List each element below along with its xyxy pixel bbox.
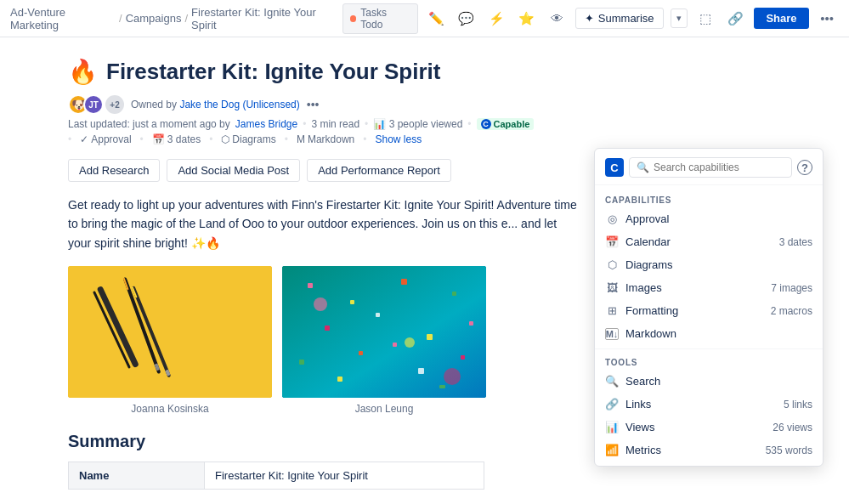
cap-count-views: 26 views [773,422,812,433]
cap-search-input[interactable] [654,161,784,173]
read-time: 3 min read [311,118,359,130]
calendar-icon: 📅 [605,235,619,248]
updater-link[interactable]: James Bridge [235,118,297,130]
cap-item-metrics[interactable]: 📶 Metrics 535 words [595,439,823,462]
breadcrumb-item-2[interactable]: Campaigns [126,12,182,25]
summarise-button[interactable]: ✦ Summarise [575,8,664,29]
owner-more-dots[interactable]: ••• [307,98,320,111]
cap-count-calendar: 3 dates [779,236,812,248]
svg-rect-15 [427,334,433,340]
more-options-button[interactable]: ⬚ [694,7,717,31]
cap-count-metrics: 535 words [766,445,812,456]
owner-label: Owned by Jake the Dog (Unlicensed) [131,99,300,110]
show-less-link[interactable]: Show less [375,133,422,145]
svg-rect-20 [461,355,465,360]
capable-c-logo: C [481,119,491,129]
breadcrumb-item-3[interactable]: Firestarter Kit: Ignite Your Spirit [191,6,342,31]
diagrams-tag: ⬡ Diagrams [221,133,275,145]
markdown-icon: M↓ [605,328,619,340]
summarise-dropdown[interactable]: ▾ [671,8,688,28]
cap-item-calendar[interactable]: 📅 Calendar 3 dates [595,230,823,253]
add-social-media-post-button[interactable]: Add Social Media Post [167,159,300,182]
cap-label-metrics: Metrics [625,444,759,456]
star-button[interactable]: ⭐ [515,7,538,31]
capable-badge: C Capable [477,118,535,130]
table-cell-key: Name [69,462,205,490]
svg-point-25 [405,337,415,348]
image-2-caption: Jason Leung [355,403,414,415]
lightning-button[interactable]: ⚡ [485,7,508,31]
add-performance-report-button[interactable]: Add Performance Report [307,159,451,182]
pencils-svg [68,266,272,398]
fire-emoji: 🔥 [68,58,98,86]
meta-capabilities-row: • ✓ Approval • 📅 3 dates • ⬡ Diagrams • … [68,133,815,145]
owner-link[interactable]: Jake the Dog (Unlicensed) [179,99,299,110]
cap-label-markdown: Markdown [625,327,806,340]
cap-label-approval: Approval [625,212,806,225]
edit-button[interactable]: ✏️ [425,7,448,31]
cap-item-links[interactable]: 🔗 Links 5 links [595,393,823,416]
eye-button[interactable]: 👁 [545,7,568,31]
cap-label-search: Search [625,375,806,388]
svg-rect-17 [299,360,304,365]
cap-label-calendar: Calendar [625,235,773,248]
add-research-button[interactable]: Add Research [68,159,160,182]
image-2 [282,266,486,398]
summary-table: Name Firestarter Kit: Ignite Your Spirit [68,462,484,490]
cap-label-links: Links [625,398,777,411]
main-container: 🔥 Firestarter Kit: Ignite Your Spirit 🐶 … [0,37,849,504]
svg-rect-22 [393,343,397,347]
capabilities-list: CAPABILITIES ◎ Approval 📅 Calendar 3 dat… [595,185,823,466]
comment-button[interactable]: 💬 [455,7,478,31]
cap-item-approval[interactable]: ◎ Approval [595,207,823,230]
cap-label-diagrams: Diagrams [625,258,806,271]
cap-logo: C [605,158,624,177]
tasks-todo-badge[interactable]: Tasks Todo [342,3,418,34]
svg-rect-11 [401,279,407,285]
calendar-tag: 📅 3 dates [152,133,201,145]
svg-rect-16 [469,321,473,326]
breadcrumb-item-1[interactable]: Ad-Venture Marketing [10,6,116,31]
views-icon: 📊 [605,421,619,433]
table-row: Name Firestarter Kit: Ignite Your Spirit [69,462,484,490]
table-cell-value: Firestarter Kit: Ignite Your Spirit [205,462,484,490]
overflow-menu-button[interactable]: ••• [816,7,839,31]
svg-rect-19 [418,368,424,374]
cap-label-views: Views [625,421,766,433]
tools-section-header: TOOLS [595,353,823,370]
top-navigation: Ad-Venture Marketing / Campaigns / Fires… [0,0,849,37]
cap-panel-header: C 🔍 ? [595,149,823,185]
cap-item-search[interactable]: 🔍 Search [595,370,823,393]
share-button[interactable]: Share [754,8,808,29]
image-1 [68,266,272,398]
cap-item-markdown[interactable]: M↓ Markdown [595,322,823,345]
svg-rect-14 [376,313,380,317]
avatar-jt: JT [83,94,104,115]
cap-item-diagrams[interactable]: ⬡ Diagrams [595,253,823,276]
meta-updated-row: Last updated: just a moment ago by James… [68,118,815,130]
help-button[interactable]: ? [797,160,812,175]
diagram-icon: ⬡ [605,258,619,271]
image-1-caption: Joanna Kosinska [131,403,208,415]
svg-rect-23 [439,385,445,388]
tools-divider [595,348,823,349]
link-button[interactable]: 🔗 [724,7,747,31]
summarise-label: Summarise [598,12,654,25]
svg-rect-18 [359,351,363,355]
tasks-dot [350,15,357,22]
tasks-label: Tasks Todo [360,7,410,31]
svg-rect-0 [68,266,272,398]
cap-item-views[interactable]: 📊 Views 26 views [595,416,823,439]
cap-item-formatting[interactable]: ⊞ Formatting 2 macros [595,299,823,322]
cap-item-suggest[interactable]: 💬 Suggest a capability [595,462,823,466]
svg-rect-21 [337,377,342,382]
svg-rect-12 [452,292,456,296]
views-count: 📊 3 people viewed [373,118,462,130]
cap-item-images[interactable]: 🖼 Images 7 images [595,276,823,299]
cap-count-links: 5 links [784,399,812,411]
nav-actions: Tasks Todo ✏️ 💬 ⚡ ⭐ 👁 ✦ Summarise ▾ ⬚ 🔗 … [342,3,839,34]
formatting-icon: ⊞ [605,304,619,317]
cap-search-box[interactable]: 🔍 [629,157,792,178]
links-icon: 🔗 [605,398,619,411]
approval-tag: ✓ Approval [80,133,131,145]
